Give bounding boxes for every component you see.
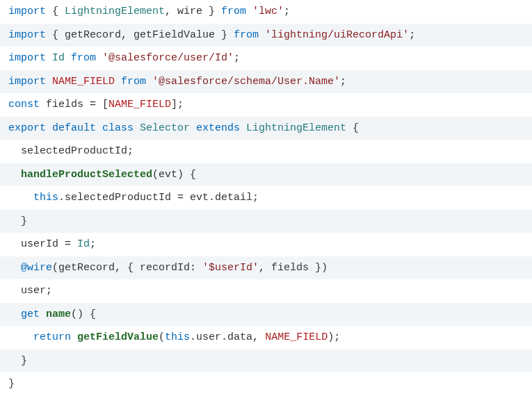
code-token: selectedProductId; (21, 145, 134, 157)
code-token: getFieldValue (77, 331, 159, 343)
code-token: ; (409, 29, 415, 41)
code-line: user; (0, 279, 532, 303)
code-token: handleProductSelected (21, 169, 152, 181)
code-token: from (234, 29, 265, 41)
code-token: LightningElement (65, 6, 165, 17)
code-token: fields = [ (46, 99, 108, 110)
code-token: ( (159, 331, 165, 343)
code-token: ; (284, 6, 290, 17)
code-line: this.selectedProductId = evt.detail; (0, 186, 532, 210)
code-token: 'lightning/uiRecordApi' (265, 29, 409, 41)
code-token: class (102, 122, 140, 134)
code-token: (getRecord, { recordId: (52, 262, 202, 274)
code-token: extends (196, 122, 246, 134)
code-token: default (52, 122, 102, 134)
code-token: , wire } (165, 6, 221, 17)
code-token: this (165, 331, 190, 343)
code-line: import NAME_FIELD from '@salesforce/sche… (0, 70, 532, 94)
code-token: @wire (21, 262, 52, 274)
code-token: return (33, 331, 77, 343)
code-token: { (353, 122, 359, 134)
code-token: ; (340, 76, 346, 88)
code-token: import (8, 6, 52, 17)
code-token: this (33, 192, 58, 204)
code-line: import Id from '@salesforce/user/Id'; (0, 47, 532, 70)
code-token: export (8, 122, 52, 134)
code-line: selectedProductId; (0, 140, 532, 163)
code-token: { (52, 6, 65, 17)
code-token: } (21, 215, 27, 227)
code-token: } (8, 378, 15, 390)
code-token: ); (328, 331, 340, 343)
code-line: handleProductSelected(evt) { (0, 163, 532, 187)
code-token: import (8, 29, 52, 41)
code-line: @wire(getRecord, { recordId: '$userId', … (0, 256, 532, 280)
code-line: const fields = [NAME_FIELD]; (0, 93, 532, 117)
code-line: return getFieldValue(this.user.data, NAM… (0, 326, 532, 349)
code-token: get (21, 308, 46, 320)
code-token: ]; (171, 99, 184, 110)
code-block: import { LightningElement, wire } from '… (0, 0, 532, 396)
code-token: () { (71, 308, 96, 320)
code-line: import { LightningElement, wire } from '… (0, 0, 532, 24)
code-line: userId = Id; (0, 233, 532, 256)
code-token: '@salesforce/schema/User.Name' (152, 76, 340, 88)
code-token: LightningElement (246, 122, 353, 134)
code-token: '$userId' (202, 262, 259, 274)
code-token: Id (77, 238, 90, 250)
code-token: } (21, 355, 27, 367)
code-line: import { getRecord, getFieldValue } from… (0, 24, 532, 47)
code-token: , fields }) (259, 262, 328, 274)
code-token: '@salesforce/user/Id' (102, 52, 234, 64)
code-line: } (0, 372, 532, 396)
code-line: } (0, 210, 532, 233)
code-token: ; (90, 238, 96, 250)
code-token: NAME_FIELD (52, 76, 121, 88)
code-token: NAME_FIELD (265, 331, 328, 343)
code-token: from (71, 52, 102, 64)
code-token: Id (52, 52, 71, 64)
code-token: name (46, 308, 71, 320)
code-token: { getRecord, getFieldValue } (52, 29, 234, 41)
code-token: from (121, 76, 152, 88)
code-line: } (0, 349, 532, 373)
code-token: user; (21, 285, 52, 297)
code-token: import (8, 76, 52, 88)
code-token: .user.data, (190, 331, 265, 343)
code-token: .selectedProductId = evt.detail; (58, 192, 259, 204)
code-token: Selector (140, 122, 196, 134)
code-token: import (8, 52, 52, 64)
code-line: get name() { (0, 303, 532, 327)
code-token: ; (234, 52, 240, 64)
code-line: export default class Selector extends Li… (0, 117, 532, 140)
code-token: userId = (21, 238, 77, 250)
code-token: NAME_FIELD (108, 99, 171, 110)
code-token: 'lwc' (252, 6, 284, 17)
code-token: (evt) { (152, 169, 196, 181)
code-token: from (221, 6, 252, 17)
code-token: const (8, 99, 46, 110)
